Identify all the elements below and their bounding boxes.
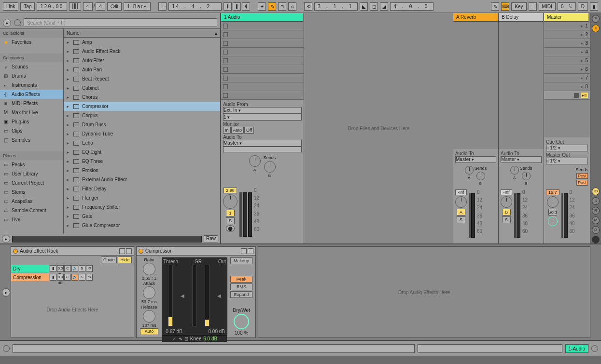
- rail-hide-button[interactable]: ≡: [592, 15, 600, 23]
- master-solo[interactable]: Solo: [548, 209, 557, 216]
- clip-slot[interactable]: [221, 56, 304, 65]
- clip-slot[interactable]: [221, 74, 304, 82]
- scene-slot-4[interactable]: ▸4: [544, 48, 590, 56]
- scene-slot-2[interactable]: ▸2: [544, 30, 590, 39]
- place-packs[interactable]: ▭Packs: [0, 160, 63, 169]
- browser-item[interactable]: ▸EQ Eight: [64, 148, 220, 157]
- link-button[interactable]: Link: [3, 2, 18, 11]
- clip-slot[interactable]: [221, 91, 304, 100]
- volume-slider[interactable]: [239, 192, 242, 237]
- chain-comp-gain[interactable]: 0.0 dB: [57, 274, 64, 281]
- help-view-toggle[interactable]: [591, 345, 598, 352]
- rail-io-button[interactable]: ⦀: [592, 25, 600, 32]
- compressor-power-button[interactable]: [139, 249, 143, 254]
- capture-button[interactable]: ⎌: [288, 2, 296, 11]
- monitor-off[interactable]: Off: [244, 127, 254, 134]
- hide-button[interactable]: Hide: [118, 256, 132, 263]
- expand-button[interactable]: Expand: [230, 291, 252, 298]
- arrangement-position[interactable]: 14 . 4 . 2: [168, 2, 222, 11]
- overload-indicator[interactable]: D: [578, 2, 588, 11]
- knee-value[interactable]: 6.0 dB: [203, 336, 217, 341]
- category-max-for-live[interactable]: MMax for Live: [0, 108, 63, 117]
- place-sample-content[interactable]: ▭Sample Content: [0, 206, 63, 215]
- browser-item[interactable]: ▸Frequency Shifter: [64, 202, 220, 212]
- tap-button[interactable]: Tap: [20, 2, 35, 11]
- browser-item[interactable]: ▸Filter Delay: [64, 184, 220, 193]
- category-samples[interactable]: ◫Samples: [0, 135, 63, 145]
- drywet-knob[interactable]: [234, 314, 249, 329]
- chain-comp-solo[interactable]: S: [79, 274, 85, 281]
- browser-item[interactable]: ▸Dynamic Tube: [64, 129, 220, 138]
- clip-slot[interactable]: [221, 65, 304, 74]
- rack-drop-area[interactable]: Drop Audio Effects Here: [11, 282, 134, 337]
- return-b-pan[interactable]: [501, 196, 512, 208]
- compressor-hotswap-icon[interactable]: [248, 248, 253, 254]
- rack-save-icon[interactable]: [119, 248, 125, 254]
- track-header-delay[interactable]: B Delay: [499, 13, 543, 22]
- master-out-select[interactable]: ii 1/2 ▾: [546, 158, 588, 164]
- stop-button[interactable]: [233, 2, 241, 11]
- selected-track-indicator[interactable]: 1-Audio: [565, 344, 588, 353]
- preview-button[interactable]: ▸: [2, 235, 10, 243]
- return-a-dest[interactable]: Master ▾: [455, 156, 496, 163]
- category-plug-ins[interactable]: ▣Plug-ins: [0, 117, 63, 126]
- chain-dry-solo[interactable]: S: [79, 265, 85, 272]
- rms-button[interactable]: RMS: [230, 283, 252, 290]
- info-view-toggle[interactable]: [3, 345, 10, 352]
- send-b-knob[interactable]: [264, 161, 276, 173]
- peak-button[interactable]: Peak: [230, 276, 252, 283]
- audio-to-channel[interactable]: [223, 147, 302, 152]
- return-b-fader[interactable]: [514, 193, 516, 238]
- browser-item[interactable]: ▸Cabinet: [64, 83, 220, 93]
- post-button-b[interactable]: Post: [576, 180, 588, 186]
- compressor-display[interactable]: ThreshGROut ◀ ◀ -0.97 dB 0.00 dB ⟋∿⊡ Kne…: [162, 257, 227, 336]
- browser-collapse-button[interactable]: ▸: [3, 19, 11, 27]
- category-audio-effects[interactable]: ·|·Audio Effects: [0, 90, 63, 99]
- volume-display[interactable]: 2.98: [224, 188, 237, 193]
- sort-icon[interactable]: ▴: [215, 30, 217, 36]
- track-header-master[interactable]: Master: [544, 13, 588, 22]
- clip-slot[interactable]: [221, 22, 304, 30]
- chain-dry-mute[interactable]: 🔈: [71, 265, 78, 272]
- monitor-in[interactable]: In: [223, 127, 231, 134]
- monitor-auto[interactable]: Auto: [231, 127, 244, 134]
- master-volume[interactable]: 15.7: [546, 189, 559, 195]
- browser-item[interactable]: ▸Beat Repeat: [64, 74, 220, 83]
- scene-slot-3[interactable]: ▸3: [544, 39, 590, 48]
- rack-hotswap-icon[interactable]: [126, 248, 132, 254]
- browser-item[interactable]: ▸Audio Effect Rack: [64, 47, 220, 56]
- scene-slot-7[interactable]: ▸7: [544, 74, 590, 82]
- browser-item[interactable]: ▸Amp: [64, 38, 220, 47]
- browser-item[interactable]: ▸EQ Three: [64, 157, 220, 166]
- pan-knob[interactable]: [223, 194, 238, 209]
- release-knob[interactable]: [143, 310, 155, 323]
- master-fader[interactable]: [561, 193, 563, 238]
- clip-slot[interactable]: [221, 48, 304, 56]
- punch-in-button[interactable]: ◣: [360, 2, 368, 11]
- clip-slot[interactable]: [221, 82, 304, 91]
- return-a-send-a[interactable]: [465, 166, 474, 175]
- category-instruments[interactable]: ⌐Instruments: [0, 81, 63, 90]
- scene-slot-8[interactable]: ▸8: [544, 82, 590, 91]
- return-b-activator[interactable]: B: [502, 209, 511, 216]
- browser-item[interactable]: ▸Glue Compressor: [64, 221, 220, 230]
- metronome-toggle[interactable]: [107, 2, 122, 11]
- return-a-activator[interactable]: A: [457, 209, 465, 216]
- track-header-reverb[interactable]: A Reverb: [453, 13, 498, 22]
- chain-dry-gain[interactable]: 0.0 dB: [57, 265, 64, 272]
- category-sounds[interactable]: ♪Sounds: [0, 62, 63, 71]
- return-b-volume[interactable]: -Inf: [501, 189, 512, 195]
- chain-dry-pan[interactable]: C: [64, 265, 71, 272]
- rail-r-button[interactable]: R: [592, 207, 600, 215]
- return-b-send-b[interactable]: [522, 172, 531, 180]
- browser-item[interactable]: ▸Chorus: [64, 93, 220, 102]
- overdub-button[interactable]: +: [258, 2, 266, 11]
- browser-item[interactable]: ▸Compressor: [64, 102, 220, 111]
- track-activator-1[interactable]: 1: [226, 210, 235, 216]
- audio-to-select[interactable]: Master ▾: [223, 140, 302, 147]
- reenable-automation-button[interactable]: ↰: [278, 2, 286, 11]
- name-column-header[interactable]: Name: [67, 30, 80, 36]
- loop-start[interactable]: 3 . 1 . 1: [314, 2, 358, 11]
- send-a-knob[interactable]: [249, 155, 261, 167]
- scene-launch-indicator[interactable]: ▸≡: [581, 93, 588, 98]
